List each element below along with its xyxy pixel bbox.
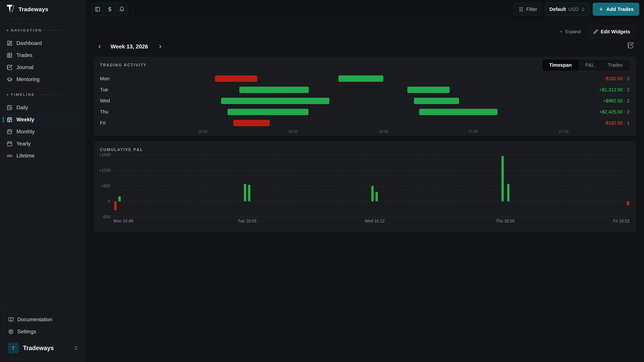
bell-icon — [119, 6, 124, 12]
trading-activity-header: TRADING ACTIVITY TimespanP&LTrades — [94, 57, 636, 73]
chevron-right-icon — [158, 44, 163, 49]
edit-widgets-button[interactable]: Edit Widgets — [588, 25, 636, 38]
pencil-icon — [593, 29, 598, 34]
sidebar-item-settings[interactable]: Settings — [3, 326, 83, 338]
time-tick-label: 15:30 — [198, 129, 208, 134]
sidebar-item-monthly[interactable]: Monthly — [3, 126, 82, 138]
trade-bar-loss[interactable] — [233, 120, 270, 126]
time-tick-label: 17:00 — [468, 129, 478, 134]
sidebar-item-label: Lifetime — [16, 153, 35, 159]
brand-name: Tradeways — [18, 6, 48, 12]
trade-bar-win[interactable] — [239, 87, 309, 93]
layout-dashboard-icon — [7, 40, 12, 46]
sidebar-item-label: Daily — [16, 105, 28, 111]
sidebar-item-documentation[interactable]: Documentation — [3, 314, 83, 326]
day-label: Thu — [100, 109, 119, 115]
pnl-bar-win[interactable] — [248, 185, 250, 201]
week-next-button[interactable] — [157, 43, 164, 50]
tradeways-logo-icon — [7, 4, 15, 14]
brand[interactable]: Tradeways — [0, 0, 85, 18]
sidebar-item-dashboard[interactable]: Dashboard — [3, 37, 82, 49]
pnl-bar-win[interactable] — [502, 156, 504, 201]
chevrons-up-down-icon — [74, 346, 79, 351]
infinity-icon — [7, 153, 12, 159]
pnl-bar-win[interactable] — [371, 186, 374, 201]
sidebar-item-yearly[interactable]: Yearly — [3, 138, 82, 150]
chevron-left-icon — [96, 44, 102, 49]
y-axis-label: +1800 — [99, 152, 110, 157]
sidebar-item-label: Trades — [16, 52, 32, 58]
trade-bar-win[interactable] — [414, 98, 459, 104]
day-pnl-value: +$1,312.50 · 2 — [588, 87, 630, 92]
trading-activity-tabs: TimespanP&LTrades — [542, 59, 630, 71]
settings-icon — [8, 329, 14, 334]
day-label: Wed — [100, 98, 119, 104]
sidebar-item-label: Dashboard — [16, 40, 42, 46]
trade-bar-win[interactable] — [228, 109, 308, 115]
pnl-bar-win[interactable] — [507, 184, 510, 201]
trade-bar-win[interactable] — [407, 87, 450, 93]
chevrons-up-down-icon — [581, 7, 586, 11]
sidebar-item-label: Monthly — [16, 129, 35, 135]
sidebar-item-lifetime[interactable]: Lifetime — [3, 150, 82, 162]
currency-code: USD — [568, 6, 578, 12]
widgets-header: Expand Edit Widgets — [559, 25, 636, 38]
workspace-switcher[interactable]: T Tradeways — [3, 340, 83, 356]
time-tick-label: 17:30 — [559, 129, 568, 134]
day-pnl-value: +$2,425.00 · 2 — [588, 109, 630, 115]
section-dot-icon — [7, 94, 8, 95]
pnl-bar-loss[interactable] — [627, 201, 629, 205]
pnl-bar-win[interactable] — [376, 192, 378, 201]
section-label: NAVIGATION — [0, 28, 85, 33]
footer-item-label: Settings — [17, 329, 36, 335]
app-root: Tradeways NAVIGATION DashboardTradesJour… — [0, 0, 644, 362]
workspace-name: Tradeways — [23, 345, 54, 352]
pnl-bar-win[interactable] — [244, 184, 246, 201]
add-trades-button[interactable]: Add Trades — [593, 3, 639, 16]
x-axis-label: Fri 15:52 — [613, 219, 630, 223]
day-pnl-value: -$162.50 · 1 — [588, 120, 630, 126]
footer-item-label: Documentation — [17, 317, 52, 323]
week-prev-button[interactable] — [96, 43, 103, 50]
pnl-bar-loss[interactable] — [114, 201, 116, 210]
sidebar-item-weekly[interactable]: Weekly — [3, 114, 82, 126]
bell-button[interactable] — [116, 3, 128, 16]
tab-trades[interactable]: Trades — [601, 59, 630, 71]
panel-left-button[interactable] — [92, 3, 104, 16]
trade-bar-win[interactable] — [221, 98, 330, 104]
plus-icon — [598, 7, 604, 12]
sidebar-item-label: Weekly — [16, 117, 34, 123]
sidebar-footer: DocumentationSettings T Tradeways — [3, 310, 83, 359]
notebook-pen-icon — [627, 42, 634, 49]
pnl-bar-win[interactable] — [118, 196, 121, 201]
trade-lane — [119, 73, 588, 84]
day-label: Fri — [100, 120, 119, 126]
dollar-sign-button[interactable] — [104, 3, 116, 16]
day-label: Tue — [100, 87, 119, 92]
tab-timespan[interactable]: Timespan — [542, 59, 578, 71]
trade-bar-win[interactable] — [419, 109, 498, 115]
section-items: DashboardTradesJournalMentoring — [0, 37, 85, 85]
sidebar-item-daily[interactable]: Daily — [3, 102, 82, 114]
currency-profile: Default — [550, 6, 566, 12]
week-notes-button[interactable] — [627, 42, 634, 49]
trade-bar-win[interactable] — [338, 75, 384, 82]
filter-button[interactable]: Filter — [514, 3, 542, 15]
sidebar-item-label: Yearly — [16, 141, 31, 147]
activity-row-thu: Thu +$2,425.00 · 2 — [94, 106, 636, 117]
day-pnl-value: +$962.50 · 2 — [588, 98, 630, 104]
sidebar-item-mentoring[interactable]: Mentoring — [3, 73, 82, 85]
sidebar-footer-items: DocumentationSettings — [3, 314, 83, 338]
topbar-divider — [133, 6, 133, 13]
expand-toggle[interactable]: Expand — [559, 29, 581, 34]
trade-bar-loss[interactable] — [215, 75, 257, 82]
calendar-clock-icon — [7, 105, 12, 110]
section-label-text: NAVIGATION — [11, 28, 42, 32]
y-axis-label: +1200 — [99, 168, 110, 173]
x-axis-label: Thu 16:05 — [496, 219, 515, 223]
tab-p-l[interactable]: P&L — [578, 59, 601, 71]
edit-widgets-label: Edit Widgets — [601, 29, 630, 34]
currency-select[interactable]: Default USD — [545, 3, 590, 16]
sidebar-item-journal[interactable]: Journal — [3, 61, 82, 73]
sidebar-item-trades[interactable]: Trades — [3, 49, 82, 61]
